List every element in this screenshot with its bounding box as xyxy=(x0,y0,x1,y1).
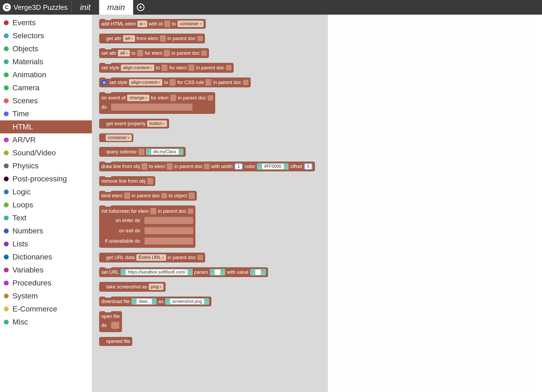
dropdown-style[interactable]: align-content xyxy=(129,79,162,86)
value-socket[interactable] xyxy=(205,79,211,86)
number-value[interactable]: 5 xyxy=(304,163,313,170)
string-value[interactable]: “ ” xyxy=(210,269,225,275)
value-socket[interactable] xyxy=(188,65,194,71)
value-socket[interactable] xyxy=(137,50,143,56)
checkbox-parent-doc[interactable] xyxy=(162,193,167,198)
block-container[interactable]: container xyxy=(99,133,133,142)
dropdown-event[interactable]: change xyxy=(127,95,149,101)
category-loops[interactable]: Loops xyxy=(0,198,92,211)
checkbox-parent-doc[interactable] xyxy=(188,208,193,214)
block-set-style-css-rule[interactable]: ✿ set stylealign-content to for CSS rule… xyxy=(99,78,251,87)
value-socket[interactable] xyxy=(167,163,173,170)
value-socket[interactable] xyxy=(189,192,195,199)
statement-slot[interactable] xyxy=(144,237,193,245)
block-get-event-property[interactable]: get event propertybutton xyxy=(99,119,169,128)
value-socket[interactable] xyxy=(170,95,176,101)
statement-slot[interactable] xyxy=(111,104,192,111)
checkbox-parent-doc[interactable] xyxy=(201,50,207,56)
block-remove-line[interactable]: remove line from obj xyxy=(99,176,155,186)
category-color-dot xyxy=(4,111,9,116)
string-value[interactable]: “https://sandbox.soft8soft.com/” xyxy=(121,269,193,275)
block-bind-elem[interactable]: bind elem in parent doc to object xyxy=(99,191,197,201)
tab-main[interactable]: main xyxy=(99,0,133,15)
category-text[interactable]: Text xyxy=(0,211,92,224)
block-set-url[interactable]: set URL “https://sandbox.soft8soft.com/”… xyxy=(99,267,268,277)
block-on-event[interactable]: on event ofchange for elem in parent doc… xyxy=(99,92,215,114)
string-value[interactable]: “screenshot.png” xyxy=(165,298,209,305)
block-set-style[interactable]: set stylealign-content to for elem in pa… xyxy=(99,63,234,73)
category-html[interactable]: HTML xyxy=(0,120,92,133)
dropdown-attr[interactable]: alt xyxy=(118,50,130,56)
block-init-fullscreen[interactable]: init fullscreen for elem in parent doc o… xyxy=(99,205,195,248)
string-value[interactable]: “ ” xyxy=(250,269,266,275)
value-socket[interactable] xyxy=(138,149,144,155)
value-socket[interactable] xyxy=(124,192,130,199)
category-materials[interactable]: Materials xyxy=(0,55,92,68)
string-value[interactable]: “#FF0000” xyxy=(257,163,289,170)
value-socket[interactable] xyxy=(162,65,167,71)
block-get-url-data[interactable]: get URL dataEntire URL in parent doc xyxy=(99,253,205,262)
block-draw-line[interactable]: draw line from obj to elem in parent doc… xyxy=(99,162,315,171)
dropdown-attr[interactable]: alt xyxy=(123,35,135,42)
category-post-processing[interactable]: Post-processing xyxy=(0,172,92,185)
dropdown-event-prop[interactable]: button xyxy=(147,120,167,127)
category-physics[interactable]: Physics xyxy=(0,159,92,172)
category-misc[interactable]: Misc xyxy=(0,316,92,329)
value-socket[interactable] xyxy=(170,79,176,86)
string-value[interactable]: “div.myClass” xyxy=(146,149,183,155)
dropdown-style[interactable]: align-content xyxy=(121,65,154,71)
category-lists[interactable]: Lists xyxy=(0,237,92,250)
block-query-selector[interactable]: query selector “div.myClass” xyxy=(99,147,186,157)
checkbox-parent-doc[interactable] xyxy=(204,164,209,169)
checkbox-parent-doc[interactable] xyxy=(198,255,203,260)
dropdown-container[interactable]: container xyxy=(106,134,132,141)
category-events[interactable]: Events xyxy=(0,16,92,29)
value-socket[interactable] xyxy=(150,208,156,214)
gear-icon[interactable]: ✿ xyxy=(101,80,107,85)
category-objects[interactable]: Objects xyxy=(0,42,92,55)
statement-slot[interactable] xyxy=(144,227,193,234)
checkbox-parent-doc[interactable] xyxy=(226,65,231,70)
category-numbers[interactable]: Numbers xyxy=(0,224,92,237)
category-dictionaries[interactable]: Dictionaries xyxy=(0,250,92,264)
category-sound-video[interactable]: Sound/Video xyxy=(0,146,92,159)
dropdown-elem-type[interactable]: a xyxy=(137,21,147,27)
category-selectors[interactable]: Selectors xyxy=(0,29,92,42)
block-set-attr[interactable]: set attralt to for elem in parent doc xyxy=(99,48,209,58)
workspace-canvas[interactable] xyxy=(328,15,542,392)
block-download-file[interactable]: download file “data:,” as “screenshot.pn… xyxy=(99,297,211,306)
value-socket[interactable] xyxy=(141,163,147,170)
block-add-html-elem[interactable]: add HTML elema with id tocontainer xyxy=(99,19,206,29)
dropdown-format[interactable]: png xyxy=(149,284,163,290)
checkbox-parent-doc[interactable] xyxy=(197,36,203,41)
statement-slot[interactable] xyxy=(111,322,119,329)
add-tab-button[interactable]: + xyxy=(133,0,148,15)
category-animation[interactable]: Animation xyxy=(0,68,92,81)
tab-init[interactable]: init xyxy=(71,0,98,15)
category-time[interactable]: Time xyxy=(0,107,92,120)
block-get-attr[interactable]: get attralt from elem in parent doc xyxy=(99,34,205,43)
category-ar-vr[interactable]: AR/VR xyxy=(0,133,92,146)
category-camera[interactable]: Camera xyxy=(0,81,92,94)
number-value[interactable]: 1 xyxy=(234,163,243,170)
string-value[interactable]: “data:,” xyxy=(131,298,157,305)
value-socket[interactable] xyxy=(164,50,170,56)
category-e-commerce[interactable]: E-Commerce xyxy=(0,303,92,316)
block-take-screenshot[interactable]: take screenshot aspng xyxy=(99,282,166,292)
dropdown-target[interactable]: container xyxy=(178,21,204,27)
checkbox-parent-doc[interactable] xyxy=(243,80,249,85)
block-opened-file[interactable]: opened file xyxy=(99,337,132,346)
category-system[interactable]: System xyxy=(0,290,92,303)
value-socket[interactable] xyxy=(147,178,153,184)
value-socket[interactable] xyxy=(160,35,166,42)
value-socket[interactable] xyxy=(164,21,170,27)
category-variables[interactable]: Variables xyxy=(0,264,92,277)
category-label: Sound/Video xyxy=(12,149,56,157)
checkbox-parent-doc[interactable] xyxy=(208,95,213,101)
category-scenes[interactable]: Scenes xyxy=(0,94,92,107)
category-logic[interactable]: Logic xyxy=(0,185,92,198)
block-open-file[interactable]: open file do xyxy=(99,311,122,332)
statement-slot[interactable] xyxy=(144,217,193,224)
category-procedures[interactable]: Procedures xyxy=(0,277,92,290)
dropdown-url-data[interactable]: Entire URL xyxy=(136,254,166,261)
